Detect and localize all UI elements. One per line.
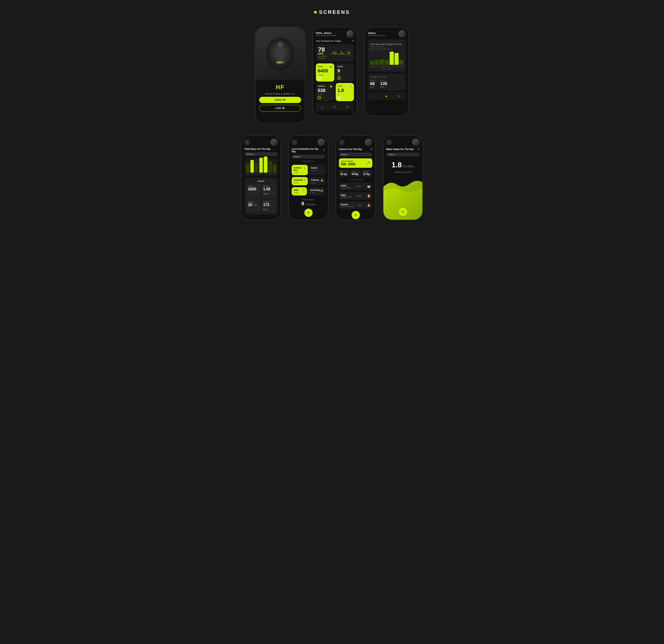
act-back-button[interactable]: ‹ [292,140,297,145]
food-salad[interactable]: Salad 7.5 oz (213 g) 94kcal 🥗 [339,183,372,190]
water-content: ‹ Water Intake For The Day ✎ Today ▾ [383,136,422,220]
bar-thu: Thu [264,157,267,174]
fat-macro: Fat 20.2g [339,170,350,177]
salad-info: Salad 7.5 oz (213 g) [341,184,351,188]
steps-detail: Steps 4200 [247,184,261,197]
activities-content: ‹ List of Activities For The Day ✎ Today… [289,136,328,220]
hr-nav: ⌂ ♥ ⚙ [368,92,406,100]
heart-icon: ♥ [348,51,350,55]
nav-settings[interactable]: ⚙ [346,105,349,109]
cal-dropdown-label: Today [341,153,346,155]
time-2pm: 2 PM [386,66,389,67]
add-food-button[interactable]: + [352,211,360,219]
bar-fri: Fri [268,161,272,174]
calories-detail-label: Calories [263,201,274,203]
edit-icon[interactable]: ✎ [352,39,354,42]
stretching-icon: 🧘 [320,189,323,191]
salad-name: Salad [341,184,351,187]
add-activity-button[interactable]: + [304,209,313,217]
food-banana[interactable]: Banana 2 Medium (236 g) 210kcal 🍌 [339,202,372,209]
calories-icon: 🔥 [330,85,332,87]
bar-sat-fill [273,165,276,173]
eggs-info: Eggs 3 Large (150 g) [341,194,352,198]
heart-rate-screen: James Heart Rate Summary Your Heart Rate… [365,27,409,116]
act-dropdown-label: Today [293,155,298,158]
activity-walk[interactable]: Walk 🚶 1 Hour [292,187,307,195]
bar-sat: Sat [273,165,276,174]
details-grid: Steps 4200 Distance 1.89 miles [247,184,275,212]
bpm-label-71: 71 [391,48,393,50]
active-card[interactable]: Active ⏱ 9 /24 [336,63,354,82]
resting-label: Resting [370,79,376,81]
steps-progress [318,77,321,80]
banana-cals: 210kcal [357,205,362,206]
cal-chevron: ▾ [347,153,348,155]
carbs-label: Carbs [352,171,360,173]
water-dropdown[interactable]: Today ▾ [386,152,420,157]
avatar [347,30,354,38]
act-dropdown[interactable]: Today ▾ [292,155,325,159]
bar-fri-fill [268,161,272,173]
active-goal: /24 [337,74,352,76]
cal-dropdown[interactable]: Today ▾ [339,152,372,157]
calories-card[interactable]: Calories 🔥 538 /2000 [316,83,334,101]
water-drop-icon: 💧 [349,85,352,87]
hr-nav-home[interactable]: ⌂ [373,95,375,98]
activity-sauna[interactable]: Sauna 🌡 1 Hour [309,165,325,175]
duration-detail: Duration 20 min [247,200,261,212]
bpm-label: Heart Rate, Average [318,55,331,59]
steps-weekly-chart: ( Steps Per Day ) Sun Mon Tue [244,158,278,176]
day-wed: Wed [260,173,262,174]
activity-stretching[interactable]: Stretching 🧘 1 Hour [308,187,325,195]
time-labels: 11 AM 12 PM 1 PM 2 PM 3 PM 4 PM 5 PM [370,66,403,67]
water-amount-display: 1.8 /3 Liters [386,161,420,169]
water-edit-icon[interactable]: ✎ [417,148,420,151]
weekly-bars: Sun Mon Tue Wed [246,162,276,174]
water-back-button[interactable]: ‹ [386,140,392,145]
activity-outdoor-run[interactable]: Outdoor Run 🏃 1 Hour [292,165,308,175]
steps-dropdown[interactable]: Weekly ▾ [244,152,278,156]
dashboard-screen: Hello, James Keep track of your health Y… [313,27,357,116]
water-plus-icon[interactable]: + [399,208,407,216]
bpm-value-labels: 62 69 75 70 140 132 71 [370,48,403,50]
bar-thu-fill [264,157,267,173]
cal-edit-icon[interactable]: ✎ [370,148,372,151]
phone-activities: ‹ List of Activities For The Day ✎ Today… [288,135,329,220]
steps-details-card: Details Steps 4200 Distance 1.89 miles [244,178,278,215]
hr-avatar [398,30,406,38]
activity-treadmill[interactable]: Treadmill 🏃 1 Hour [292,177,308,185]
athlete-illustration [264,35,296,72]
hr-name: James [368,32,385,34]
signup-button[interactable]: SIGN UP [259,97,301,103]
distance-label: Distance [263,186,274,187]
nav-home[interactable]: ⌂ [321,105,323,109]
hr-nav-heart[interactable]: ♥ [385,95,387,98]
hr-nav-settings[interactable]: ⚙ [397,95,400,98]
salad-icon: 🥗 [367,185,371,188]
cal-back-button[interactable]: ‹ [339,140,345,145]
active-hr: Active 135 BPM [380,79,387,88]
active-hours-total: / 24 hours [305,203,315,206]
day-sat: Sat [274,173,276,174]
food-eggs[interactable]: Eggs 3 Large (150 g) 234kcal 🥚 [339,192,372,200]
protein-value: 27.6g [363,173,371,175]
activity-training[interactable]: Training 💪 1 Hour [309,177,325,185]
splash-content: HF Flowing Towards a Healthier You. SIGN… [255,80,305,115]
eggs-name: Eggs [341,194,352,196]
login-button[interactable]: LOG IN [259,105,301,111]
cal-top-row: ‹ [339,139,372,146]
liters-card[interactable]: Liters 💧 1.8 /3 [336,83,354,101]
banana-amount: 2 Medium (236 g) [341,206,353,207]
time-12pm: 12 PM [376,66,380,67]
back-button[interactable]: ‹ [244,140,250,145]
nav-heart[interactable]: ♥ [333,105,335,109]
add-water-button[interactable]: + [399,208,407,216]
calories-screen: ‹ Calories For The Day ✎ Today ▾ Calorie… [336,136,375,220]
steps-card[interactable]: Steps 👟 6400 /10000 [316,63,334,82]
liters-value: 1.8 [337,88,352,93]
water-unit: /3 Liters [403,164,414,168]
heart-button[interactable]: ♥ [346,49,352,57]
bar-12pm [375,60,379,65]
greeting-subtitle: Keep track of your health [316,34,336,37]
act-edit-icon[interactable]: ✎ [323,149,325,152]
